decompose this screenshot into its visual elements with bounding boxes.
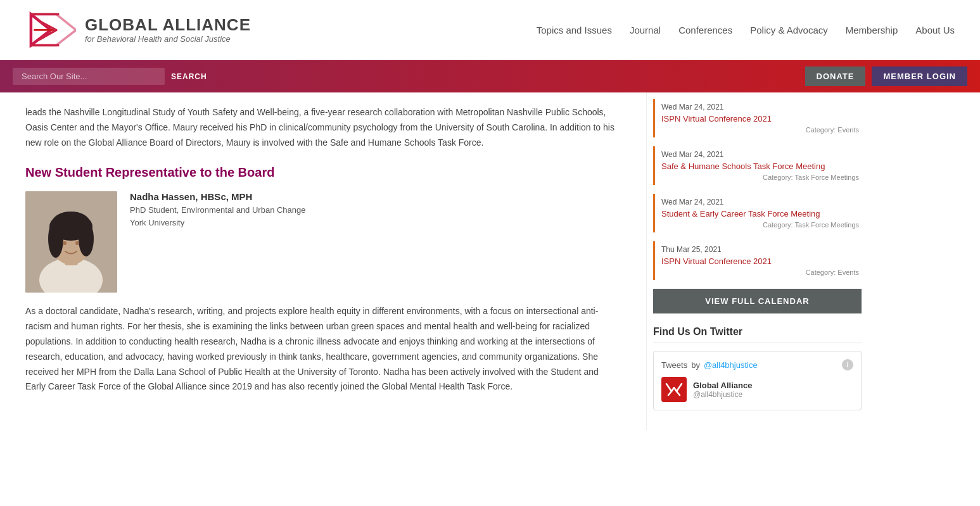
nav-conferences[interactable]: Conferences [678, 25, 732, 35]
twitter-section: Tweets by @all4bhjustice i Global Allian… [653, 351, 862, 410]
nav-about[interactable]: About Us [915, 25, 955, 35]
donate-button[interactable]: DONATE [805, 66, 866, 86]
event-category-1: Category: Events [661, 126, 862, 134]
info-icon[interactable]: i [842, 359, 853, 370]
twitter-profile-info: Global Alliance @all4bhjustice [693, 381, 752, 399]
sidebar-events: Wed Mar 24, 2021 ISPN Virtual Conference… [653, 99, 862, 280]
search-left: SEARCH [13, 68, 207, 85]
logo-text: GLOBAL ALLIANCE for Behavioral Health an… [85, 16, 251, 44]
twitter-account-name[interactable]: Global Alliance [693, 381, 752, 390]
logo-area: GLOBAL ALLIANCE for Behavioral Health an… [25, 8, 251, 52]
content-area: leads the Nashville Longitudinal Study o… [0, 92, 646, 430]
section-heading: New Student Representative to the Board [25, 165, 621, 180]
nav-policy[interactable]: Policy & Advocacy [750, 25, 828, 35]
nav-topics[interactable]: Topics and Issues [537, 25, 612, 35]
member-login-button[interactable]: MEMBER LOGIN [872, 66, 967, 86]
person-photo-placeholder [25, 191, 117, 293]
body-text-bio: As a doctoral candidate, Nadha's researc… [25, 304, 621, 395]
svg-line-16 [677, 391, 680, 395]
svg-point-14 [75, 241, 79, 245]
svg-point-13 [63, 241, 67, 245]
event-item-4: Thu Mar 25, 2021 ISPN Virtual Conference… [653, 241, 862, 280]
main-nav: Topics and Issues Journal Conferences Po… [537, 25, 955, 35]
twitter-profile: Global Alliance @all4bhjustice [661, 377, 853, 402]
twitter-logo [661, 377, 687, 402]
logo-sub-text: for Behavioral Health and Social Justice [85, 34, 251, 44]
event-date-2: Wed Mar 24, 2021 [661, 150, 862, 159]
person-name: Nadha Hassen, HBSc, MPH [130, 191, 306, 202]
event-date-4: Thu Mar 25, 2021 [661, 245, 862, 254]
sidebar: Wed Mar 24, 2021 ISPN Virtual Conference… [646, 92, 874, 430]
person-info: Nadha Hassen, HBSc, MPH PhD Student, Env… [130, 191, 306, 229]
site-header: GLOBAL ALLIANCE for Behavioral Health an… [0, 0, 980, 60]
person-role-2: York University [130, 217, 306, 229]
tweets-by-line: Tweets by @all4bhjustice i [661, 359, 853, 370]
event-category-2: Category: Task Force Meetings [661, 174, 862, 181]
event-date-3: Wed Mar 24, 2021 [661, 198, 862, 206]
person-card: Nadha Hassen, HBSc, MPH PhD Student, Env… [25, 191, 621, 293]
nav-journal[interactable]: Journal [630, 25, 661, 35]
event-category-3: Category: Task Force Meetings [661, 221, 862, 229]
person-photo [25, 191, 117, 293]
event-link-2[interactable]: Safe & Humane Schools Task Force Meeting [661, 161, 825, 171]
person-role-1: PhD Student, Environmental and Urban Cha… [130, 204, 306, 217]
event-item-2: Wed Mar 24, 2021 Safe & Humane Schools T… [653, 146, 862, 185]
event-item-3: Wed Mar 24, 2021 Student & Early Career … [653, 194, 862, 232]
svg-line-15 [668, 391, 671, 395]
main-layout: leads the Nashville Longitudinal Study o… [0, 92, 980, 430]
event-link-3[interactable]: Student & Early Career Task Force Meetin… [661, 209, 820, 218]
logo-main-text: GLOBAL ALLIANCE [85, 16, 251, 34]
event-link-1[interactable]: ISPN Virtual Conference 2021 [661, 114, 772, 123]
nav-membership[interactable]: Membership [846, 25, 898, 35]
event-date-1: Wed Mar 24, 2021 [661, 103, 862, 111]
tweets-label: Tweets [661, 360, 687, 370]
logo-icon [25, 8, 76, 52]
twitter-account-handle[interactable]: @all4bhjustice [693, 390, 752, 399]
event-category-4: Category: Events [661, 269, 862, 276]
view-calendar-button[interactable]: VIEW FULL CALENDAR [653, 289, 862, 313]
search-bar: SEARCH DONATE MEMBER LOGIN [0, 60, 980, 92]
tweets-handle[interactable]: @all4bhjustice [704, 360, 758, 370]
body-text-intro: leads the Nashville Longitudinal Study o… [25, 105, 621, 150]
find-twitter-heading: Find Us On Twitter [653, 326, 862, 343]
search-right: DONATE MEMBER LOGIN [805, 66, 968, 86]
tweets-by: by [691, 360, 700, 370]
svg-point-12 [52, 212, 90, 234]
event-link-4[interactable]: ISPN Virtual Conference 2021 [661, 256, 772, 266]
search-button[interactable]: SEARCH [171, 72, 207, 81]
event-item-1: Wed Mar 24, 2021 ISPN Virtual Conference… [653, 99, 862, 137]
search-input[interactable] [13, 68, 165, 85]
